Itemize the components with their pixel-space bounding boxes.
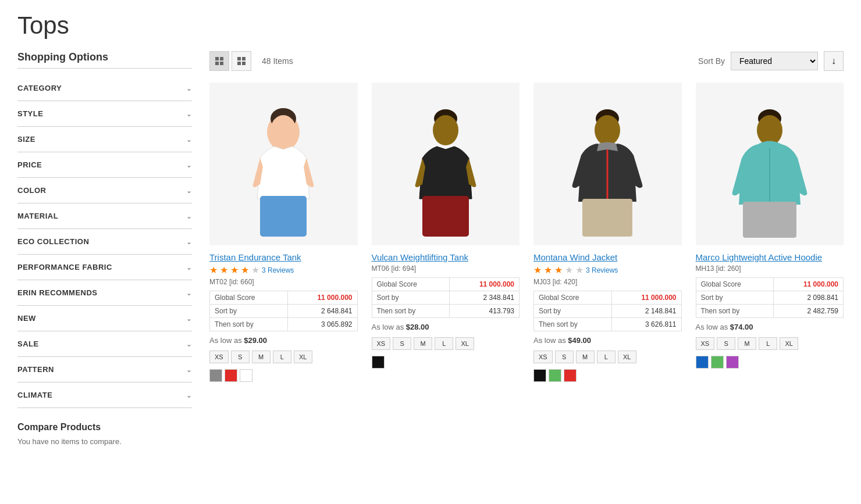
size-button[interactable]: L: [759, 337, 777, 350]
color-swatch[interactable]: [240, 369, 252, 382]
filter-item-climate[interactable]: CLIMATE⌄: [17, 383, 192, 408]
size-button[interactable]: XL: [294, 351, 312, 363]
score-table: Global Score11 000.000 Sort by2 648.841 …: [209, 291, 358, 331]
star-icon: ★: [565, 264, 573, 276]
product-name[interactable]: Montana Wind Jacket: [533, 252, 682, 262]
filter-item-eco-collection[interactable]: ECO COLLECTION⌄: [17, 229, 192, 255]
filters-container: CATEGORY⌄STYLE⌄SIZE⌄PRICE⌄COLOR⌄MATERIAL…: [17, 76, 192, 408]
svg-rect-26: [743, 202, 796, 238]
star-icon: ★: [533, 264, 542, 276]
product-sku: MJ03 [id: 420]: [533, 278, 682, 286]
reviews-link[interactable]: 3 Reviews: [586, 266, 618, 274]
product-image[interactable]: [533, 83, 682, 245]
color-swatch[interactable]: [209, 369, 222, 382]
filter-item-performance-fabric[interactable]: PERFORMANCE FABRIC⌄: [17, 255, 192, 280]
filter-item-new[interactable]: NEW⌄: [17, 306, 192, 331]
filter-item-pattern[interactable]: PATTERN⌄: [17, 357, 192, 383]
size-button[interactable]: L: [597, 351, 615, 363]
chevron-down-icon: ⌄: [186, 161, 192, 169]
size-button[interactable]: XL: [618, 351, 636, 363]
chevron-down-icon: ⌄: [186, 366, 192, 374]
color-swatch[interactable]: [696, 356, 709, 369]
product-stars: ★★★★★3 Reviews: [209, 264, 358, 276]
score-table: Global Score11 000.000 Sort by2 148.841 …: [533, 291, 682, 331]
product-price: As low as $28.00: [372, 323, 520, 331]
star-icon: ★: [554, 264, 563, 276]
product-image[interactable]: [372, 83, 520, 245]
size-button[interactable]: S: [555, 351, 574, 363]
score-table: Global Score11 000.000 Sort by2 348.841 …: [372, 277, 520, 318]
chevron-down-icon: ⌄: [186, 135, 192, 144]
size-options: XSSMLXL: [533, 351, 682, 363]
size-button[interactable]: XS: [372, 337, 391, 350]
product-price: As low as $29.00: [209, 336, 358, 345]
color-swatch[interactable]: [564, 369, 577, 382]
items-count: 48 Items: [262, 56, 293, 66]
compare-section: Compare Products You have no items to co…: [17, 422, 192, 446]
filter-item-color[interactable]: COLOR⌄: [17, 178, 192, 203]
filter-item-sale[interactable]: SALE⌄: [17, 331, 192, 357]
product-name[interactable]: Marco Lightweight Active Hoodie: [696, 252, 844, 262]
color-swatch[interactable]: [372, 356, 385, 369]
svg-rect-5: [242, 57, 246, 60]
size-button[interactable]: XL: [456, 337, 474, 350]
svg-rect-1: [220, 57, 223, 60]
size-options: XSSMLXL: [372, 337, 520, 350]
chevron-down-icon: ⌄: [186, 289, 192, 297]
size-button[interactable]: S: [231, 351, 250, 363]
filter-item-material[interactable]: MATERIAL⌄: [17, 203, 192, 229]
star-icon: ★: [544, 264, 552, 276]
size-button[interactable]: M: [414, 337, 432, 350]
page-title: Tops: [17, 12, 844, 40]
size-button[interactable]: L: [435, 337, 453, 350]
product-image[interactable]: [209, 83, 358, 245]
product-name[interactable]: Vulcan Weightlifting Tank: [372, 252, 520, 262]
color-swatch[interactable]: [533, 369, 546, 382]
size-button[interactable]: S: [393, 337, 411, 350]
filter-item-erin-recommends[interactable]: ERIN RECOMMENDS⌄: [17, 280, 192, 306]
size-button[interactable]: M: [576, 351, 595, 363]
color-swatches: [696, 356, 844, 369]
svg-rect-16: [422, 196, 469, 237]
sort-select[interactable]: FeaturedPositionProduct NamePriceNew: [731, 52, 818, 70]
color-swatch[interactable]: [711, 356, 724, 369]
chevron-down-icon: ⌄: [186, 340, 192, 348]
star-icon: ★: [230, 264, 239, 276]
shopping-options-title: Shopping Options: [17, 51, 192, 69]
chevron-down-icon: ⌄: [186, 391, 192, 399]
filter-item-category[interactable]: CATEGORY⌄: [17, 76, 192, 101]
product-name[interactable]: Tristan Endurance Tank: [209, 252, 358, 262]
reviews-link[interactable]: 3 Reviews: [262, 266, 294, 274]
chevron-down-icon: ⌄: [186, 84, 192, 92]
svg-rect-2: [215, 62, 219, 65]
filter-item-size[interactable]: SIZE⌄: [17, 127, 192, 152]
star-icon: ★: [209, 264, 218, 276]
color-swatches: [533, 369, 682, 382]
product-image[interactable]: [696, 83, 844, 245]
size-button[interactable]: M: [738, 337, 756, 350]
grid-view-button[interactable]: [209, 51, 229, 71]
list-view-button[interactable]: [232, 51, 251, 71]
size-button[interactable]: S: [717, 337, 735, 350]
size-button[interactable]: XS: [209, 351, 229, 363]
size-button[interactable]: L: [273, 351, 291, 363]
product-stars: ★★★★★3 Reviews: [533, 264, 682, 276]
product-card: Marco Lightweight Active Hoodie MH13 [id…: [696, 83, 844, 385]
svg-rect-21: [582, 199, 632, 237]
color-swatch[interactable]: [225, 369, 237, 382]
view-icons: [209, 51, 251, 71]
chevron-down-icon: ⌄: [186, 314, 192, 323]
sort-direction-button[interactable]: ↓: [824, 51, 844, 71]
score-table: Global Score11 000.000 Sort by2 098.841 …: [696, 277, 844, 318]
color-swatch[interactable]: [726, 356, 739, 369]
product-card: Montana Wind Jacket ★★★★★3 Reviews MJ03 …: [533, 83, 682, 385]
toolbar: 48 Items Sort By FeaturedPositionProduct…: [209, 51, 844, 71]
color-swatch[interactable]: [549, 369, 561, 382]
size-button[interactable]: M: [252, 351, 271, 363]
filter-item-style[interactable]: STYLE⌄: [17, 101, 192, 127]
filter-item-price[interactable]: PRICE⌄: [17, 152, 192, 178]
size-button[interactable]: XS: [533, 351, 553, 363]
size-button[interactable]: XL: [780, 337, 798, 350]
compare-title: Compare Products: [17, 422, 192, 432]
size-button[interactable]: XS: [696, 337, 715, 350]
